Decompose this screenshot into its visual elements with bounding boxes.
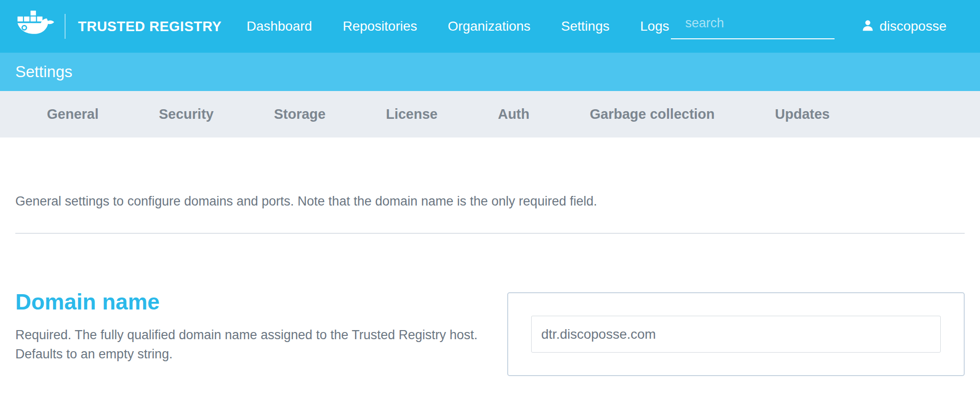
domain-name-info: Domain name Required. The fully qualifie… — [15, 289, 507, 364]
docker-whale-icon — [16, 10, 55, 43]
tab-auth[interactable]: Auth — [498, 106, 529, 122]
domain-name-input[interactable] — [531, 316, 941, 353]
nav-item-dashboard[interactable]: Dashboard — [246, 19, 312, 34]
nav-item-logs[interactable]: Logs — [640, 19, 669, 34]
search-box — [671, 14, 835, 39]
domain-name-section: Domain name Required. The fully qualifie… — [15, 289, 965, 376]
domain-name-panel — [507, 292, 965, 376]
tab-general[interactable]: General — [47, 106, 99, 122]
username-label: discoposse — [880, 19, 947, 34]
brand-separator — [65, 14, 66, 39]
nav-item-settings[interactable]: Settings — [561, 19, 610, 34]
tab-updates[interactable]: Updates — [775, 106, 830, 122]
page-header: Settings — [0, 53, 980, 91]
section-divider — [15, 233, 965, 234]
settings-intro-text: General settings to configure domains an… — [15, 194, 965, 209]
user-icon — [861, 19, 874, 34]
nav-item-organizations[interactable]: Organizations — [448, 19, 531, 34]
top-navbar: TRUSTED REGISTRY Dashboard Repositories … — [0, 0, 980, 53]
user-menu[interactable]: discoposse — [861, 19, 947, 34]
tab-garbage-collection[interactable]: Garbage collection — [590, 106, 714, 122]
tab-license[interactable]: License — [386, 106, 437, 122]
docker-logo[interactable] — [16, 10, 55, 43]
tab-storage[interactable]: Storage — [274, 106, 325, 122]
main-nav: Dashboard Repositories Organizations Set… — [246, 19, 669, 34]
tab-security[interactable]: Security — [159, 106, 213, 122]
nav-item-repositories[interactable]: Repositories — [343, 19, 417, 34]
search-input[interactable] — [671, 14, 835, 39]
settings-content: General settings to configure domains an… — [0, 194, 980, 376]
brand-title: TRUSTED REGISTRY — [78, 19, 222, 34]
page-title: Settings — [15, 63, 72, 81]
domain-name-description: Required. The fully qualified domain nam… — [15, 325, 479, 364]
domain-name-heading: Domain name — [15, 289, 487, 315]
settings-tabs: General Security Storage License Auth Ga… — [0, 91, 980, 137]
